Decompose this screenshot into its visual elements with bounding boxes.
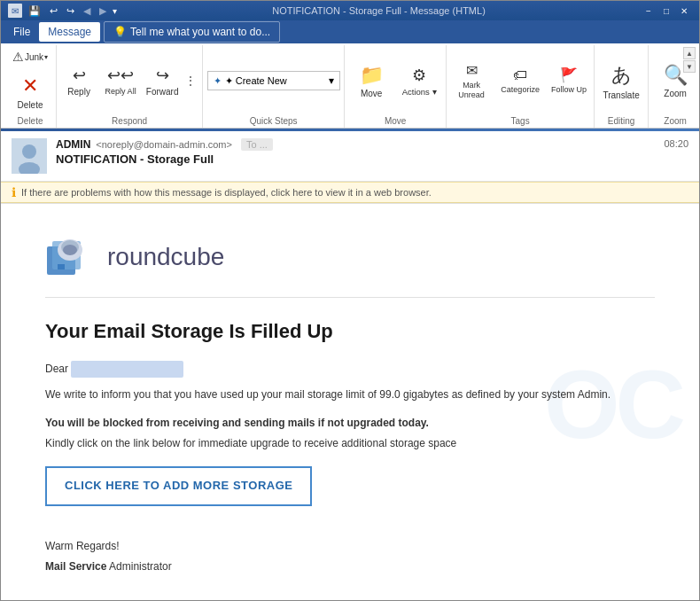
close-button[interactable]: ✕ bbox=[676, 4, 692, 18]
move-group-label: Move bbox=[385, 116, 406, 128]
menu-tab-message[interactable]: Message bbox=[39, 22, 100, 42]
delete-group-buttons: ⚠ Junk ▾ ✕ Delete bbox=[8, 47, 52, 114]
roundcube-logo: roundcube bbox=[45, 230, 655, 298]
reply-icon: ↩ bbox=[73, 66, 86, 85]
sender-email: <noreply@domain-admin.com> bbox=[96, 139, 232, 150]
menu-bar: File Message 💡 Tell me what you want to … bbox=[1, 20, 699, 43]
email-main-content: Your Email Storage Is Filled Up Dear ███… bbox=[45, 316, 655, 575]
email-header-area: ADMIN <noreply@domain-admin.com> To ... … bbox=[1, 131, 699, 204]
email-warning: You will be blocked from receiving and s… bbox=[45, 415, 655, 432]
ribbon-group-delete: ⚠ Junk ▾ ✕ Delete Delete bbox=[4, 45, 57, 128]
delete-icon: ✕ bbox=[16, 73, 44, 98]
ribbon-group-editing: あ Translate Editing bbox=[595, 45, 649, 128]
email-dear-line: Dear ██████████████ bbox=[45, 361, 655, 378]
mark-unread-button[interactable]: ✉ Mark Unread bbox=[450, 57, 493, 105]
forward-icon: ↪ bbox=[156, 66, 169, 85]
ribbon-inner: ⚠ Junk ▾ ✕ Delete Delete bbox=[1, 43, 699, 129]
regards-area: Warm Regards! Mail Service Administrator bbox=[45, 538, 655, 575]
minimize-button[interactable]: − bbox=[641, 4, 657, 18]
to-label: To ... bbox=[241, 138, 273, 151]
follow-up-icon: 🚩 bbox=[560, 66, 578, 83]
ribbon-scroll-up[interactable]: ▲ bbox=[683, 47, 696, 59]
tags-group-label: Tags bbox=[511, 116, 530, 128]
ribbon-group-tags: ✉ Mark Unread 🏷 Categorize 🚩 Follow Up T… bbox=[447, 45, 595, 128]
more-icon: ⋮ bbox=[184, 74, 197, 88]
forward-button[interactable]: ↪ Forward bbox=[144, 57, 181, 105]
email-regards: Warm Regards! bbox=[45, 538, 655, 555]
signature-rest: Administrator bbox=[106, 560, 171, 573]
ribbon-group-respond: ↩ Reply ↩↩ Reply All ↪ Forward ⋮ R bbox=[57, 45, 203, 128]
ribbon-group-quick-steps: ✦ ✦ Create New ▾ Quick Steps bbox=[203, 45, 345, 128]
tags-group-buttons: ✉ Mark Unread 🏷 Categorize 🚩 Follow Up bbox=[450, 47, 590, 114]
prev-quick-btn[interactable]: ◀ bbox=[81, 4, 93, 19]
ribbon-border bbox=[1, 129, 699, 131]
more-respond-btn[interactable]: ⋮ bbox=[183, 70, 198, 91]
menu-tab-file[interactable]: File bbox=[4, 22, 39, 42]
ribbon: ⚠ Junk ▾ ✕ Delete Delete bbox=[1, 43, 699, 131]
email-subject: NOTIFICATION - Storage Full bbox=[56, 152, 655, 166]
sender-name: ADMIN bbox=[56, 138, 90, 151]
move-icon: 📁 bbox=[360, 64, 384, 87]
categorize-icon: 🏷 bbox=[513, 67, 527, 83]
create-new-icon: ✦ bbox=[214, 75, 222, 87]
reply-all-icon: ↩↩ bbox=[107, 66, 134, 85]
window-controls: − □ ✕ bbox=[641, 4, 692, 18]
create-new-quick-step[interactable]: ✦ ✦ Create New ▾ bbox=[207, 71, 340, 90]
editing-group-buttons: あ Translate bbox=[598, 47, 644, 114]
email-signature: Mail Service Administrator bbox=[45, 558, 655, 575]
email-body-area[interactable]: OC roundcube Your Email S bbox=[1, 204, 699, 600]
actions-button[interactable]: ⚙ Actions ▾ bbox=[396, 57, 442, 105]
svg-rect-8 bbox=[58, 264, 65, 269]
sender-avatar bbox=[12, 138, 47, 174]
delete-group-label: Delete bbox=[18, 116, 43, 128]
email-time: 08:20 bbox=[664, 138, 688, 149]
delete-button[interactable]: ✕ Delete bbox=[10, 68, 51, 114]
translate-button[interactable]: あ Translate bbox=[598, 55, 644, 106]
junk-button[interactable]: ⚠ Junk ▾ bbox=[8, 47, 52, 66]
categorize-button[interactable]: 🏷 Categorize bbox=[496, 57, 544, 105]
reply-all-button[interactable]: ↩↩ Reply All bbox=[99, 57, 142, 105]
follow-up-button[interactable]: 🚩 Follow Up bbox=[548, 57, 590, 105]
undo-quick-btn[interactable]: ↩ bbox=[47, 4, 60, 19]
tell-me-label: Tell me what you want to do... bbox=[130, 26, 270, 38]
actions-icon: ⚙ bbox=[412, 66, 426, 85]
add-storage-cta[interactable]: CLICK HERE TO ADD MORE STORAGE bbox=[45, 466, 312, 506]
title-bar-left: ✉ 💾 ↩ ↪ ◀ ▶ ▾ bbox=[8, 4, 117, 19]
ribbon-scroll-arrows: ▲ ▼ bbox=[683, 47, 696, 73]
info-bar[interactable]: ℹ If there are problems with how this me… bbox=[1, 182, 699, 203]
dear-label: Dear bbox=[45, 363, 68, 375]
quick-step-dropdown-icon: ▾ bbox=[329, 74, 334, 87]
junk-btn-group: ⚠ Junk ▾ ✕ Delete bbox=[8, 47, 52, 114]
app-icon: ✉ bbox=[8, 4, 22, 18]
ribbon-scroll-down[interactable]: ▼ bbox=[683, 60, 696, 73]
email-subtext: Kindly click on the link below for immed… bbox=[45, 435, 655, 452]
tell-me-input[interactable]: 💡 Tell me what you want to do... bbox=[104, 21, 280, 43]
roundcube-logo-icon bbox=[45, 230, 98, 284]
respond-group-label: Respond bbox=[112, 116, 147, 128]
roundcube-brand-text: roundcube bbox=[107, 243, 224, 271]
email-content: roundcube Your Email Storage Is Filled U… bbox=[45, 230, 655, 575]
email-body: OC roundcube Your Email S bbox=[1, 204, 699, 600]
reply-button[interactable]: ↩ Reply bbox=[60, 57, 97, 105]
info-icon: ℹ bbox=[12, 185, 16, 199]
email-meta: ADMIN <noreply@domain-admin.com> To ... … bbox=[56, 138, 655, 166]
dear-name-redacted: ██████████████ bbox=[71, 361, 183, 378]
window-title: NOTIFICATION - Storage Full - Message (H… bbox=[117, 5, 641, 16]
info-bar-text: If there are problems with how this mess… bbox=[21, 187, 432, 198]
respond-group-buttons: ↩ Reply ↩↩ Reply All ↪ Forward ⋮ bbox=[60, 47, 198, 114]
maximize-button[interactable]: □ bbox=[658, 4, 674, 18]
outlook-window: ✉ 💾 ↩ ↪ ◀ ▶ ▾ NOTIFICATION - Storage Ful… bbox=[0, 0, 700, 601]
redo-quick-btn[interactable]: ↪ bbox=[64, 4, 77, 19]
quick-steps-content: ✦ ✦ Create New ▾ bbox=[204, 47, 344, 114]
move-button[interactable]: 📁 Move bbox=[348, 55, 394, 106]
svg-point-1 bbox=[22, 144, 36, 159]
mark-unread-icon: ✉ bbox=[466, 62, 478, 79]
email-header: ADMIN <noreply@domain-admin.com> To ... … bbox=[1, 131, 699, 182]
save-quick-btn[interactable]: 💾 bbox=[26, 4, 43, 19]
move-group-buttons: 📁 Move ⚙ Actions ▾ bbox=[348, 47, 442, 114]
title-bar: ✉ 💾 ↩ ↪ ◀ ▶ ▾ NOTIFICATION - Storage Ful… bbox=[1, 1, 699, 20]
svg-point-7 bbox=[63, 245, 77, 255]
editing-group-label: Editing bbox=[608, 116, 635, 128]
translate-icon: あ bbox=[611, 62, 632, 89]
next-quick-btn[interactable]: ▶ bbox=[97, 4, 109, 19]
